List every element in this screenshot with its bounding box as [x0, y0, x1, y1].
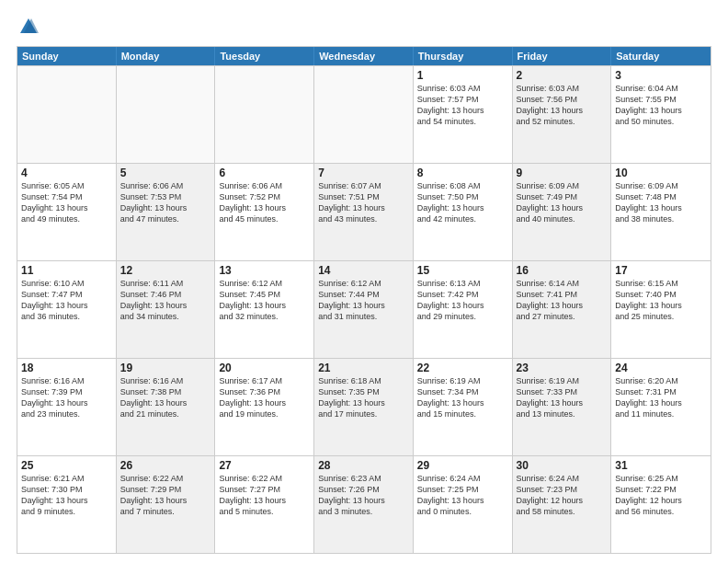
cal-cell: 25Sunrise: 6:21 AM Sunset: 7:30 PM Dayli…	[17, 456, 117, 553]
cal-cell: 3Sunrise: 6:04 AM Sunset: 7:55 PM Daylig…	[611, 66, 711, 163]
cal-cell: 10Sunrise: 6:09 AM Sunset: 7:48 PM Dayli…	[611, 164, 711, 260]
header	[17, 17, 711, 37]
day-number: 24	[615, 362, 707, 374]
cal-row-0: 1Sunrise: 6:03 AM Sunset: 7:57 PM Daylig…	[17, 65, 711, 163]
cal-cell	[17, 66, 117, 163]
day-detail: Sunrise: 6:03 AM Sunset: 7:57 PM Dayligh…	[417, 83, 508, 128]
cal-cell: 13Sunrise: 6:12 AM Sunset: 7:45 PM Dayli…	[215, 261, 314, 358]
header-day-friday: Friday	[513, 47, 612, 65]
cal-cell: 28Sunrise: 6:23 AM Sunset: 7:26 PM Dayli…	[314, 456, 414, 553]
calendar-body: 1Sunrise: 6:03 AM Sunset: 7:57 PM Daylig…	[17, 65, 711, 553]
cal-cell: 16Sunrise: 6:14 AM Sunset: 7:41 PM Dayli…	[513, 261, 612, 358]
logo-icon	[18, 17, 39, 37]
header-day-thursday: Thursday	[414, 47, 513, 65]
day-detail: Sunrise: 6:12 AM Sunset: 7:44 PM Dayligh…	[318, 278, 409, 323]
day-detail: Sunrise: 6:05 AM Sunset: 7:54 PM Dayligh…	[21, 180, 112, 225]
cal-row-2: 11Sunrise: 6:10 AM Sunset: 7:47 PM Dayli…	[17, 260, 711, 358]
cal-cell	[117, 66, 216, 163]
day-detail: Sunrise: 6:11 AM Sunset: 7:46 PM Dayligh…	[120, 278, 211, 323]
cal-row-4: 25Sunrise: 6:21 AM Sunset: 7:30 PM Dayli…	[17, 455, 711, 553]
day-detail: Sunrise: 6:19 AM Sunset: 7:34 PM Dayligh…	[417, 375, 508, 420]
day-number: 6	[219, 167, 310, 179]
day-number: 7	[318, 167, 409, 179]
day-number: 20	[219, 362, 310, 374]
day-number: 19	[120, 362, 211, 374]
day-number: 18	[21, 362, 112, 374]
day-detail: Sunrise: 6:16 AM Sunset: 7:39 PM Dayligh…	[21, 375, 112, 420]
day-detail: Sunrise: 6:06 AM Sunset: 7:53 PM Dayligh…	[120, 180, 211, 225]
calendar-header: SundayMondayTuesdayWednesdayThursdayFrid…	[17, 47, 711, 65]
cal-cell: 23Sunrise: 6:19 AM Sunset: 7:33 PM Dayli…	[513, 359, 612, 455]
day-number: 9	[517, 167, 608, 179]
day-detail: Sunrise: 6:14 AM Sunset: 7:41 PM Dayligh…	[517, 278, 608, 323]
cal-cell: 21Sunrise: 6:18 AM Sunset: 7:35 PM Dayli…	[314, 359, 414, 455]
day-detail: Sunrise: 6:08 AM Sunset: 7:50 PM Dayligh…	[417, 180, 508, 225]
day-detail: Sunrise: 6:15 AM Sunset: 7:40 PM Dayligh…	[615, 278, 707, 323]
cal-cell: 5Sunrise: 6:06 AM Sunset: 7:53 PM Daylig…	[117, 164, 216, 260]
day-detail: Sunrise: 6:25 AM Sunset: 7:22 PM Dayligh…	[615, 473, 707, 518]
cal-cell: 24Sunrise: 6:20 AM Sunset: 7:31 PM Dayli…	[611, 359, 711, 455]
day-number: 17	[615, 264, 707, 277]
cal-cell: 12Sunrise: 6:11 AM Sunset: 7:46 PM Dayli…	[117, 261, 216, 358]
cal-cell: 15Sunrise: 6:13 AM Sunset: 7:42 PM Dayli…	[414, 261, 513, 358]
cal-cell: 6Sunrise: 6:06 AM Sunset: 7:52 PM Daylig…	[215, 164, 314, 260]
cal-cell	[314, 66, 414, 163]
day-number: 23	[517, 362, 608, 374]
day-detail: Sunrise: 6:03 AM Sunset: 7:56 PM Dayligh…	[517, 83, 608, 128]
day-detail: Sunrise: 6:24 AM Sunset: 7:25 PM Dayligh…	[417, 473, 508, 518]
day-number: 25	[21, 459, 112, 472]
day-number: 21	[318, 362, 409, 374]
page: SundayMondayTuesdayWednesdayThursdayFrid…	[0, 0, 728, 563]
cal-cell: 14Sunrise: 6:12 AM Sunset: 7:44 PM Dayli…	[314, 261, 414, 358]
day-number: 30	[517, 459, 608, 472]
day-detail: Sunrise: 6:07 AM Sunset: 7:51 PM Dayligh…	[318, 180, 409, 225]
cal-cell: 22Sunrise: 6:19 AM Sunset: 7:34 PM Dayli…	[414, 359, 513, 455]
day-detail: Sunrise: 6:17 AM Sunset: 7:36 PM Dayligh…	[219, 375, 310, 420]
day-number: 14	[318, 264, 409, 277]
cal-cell: 20Sunrise: 6:17 AM Sunset: 7:36 PM Dayli…	[215, 359, 314, 455]
day-detail: Sunrise: 6:23 AM Sunset: 7:26 PM Dayligh…	[318, 473, 409, 518]
cal-cell: 27Sunrise: 6:22 AM Sunset: 7:27 PM Dayli…	[215, 456, 314, 553]
day-detail: Sunrise: 6:18 AM Sunset: 7:35 PM Dayligh…	[318, 375, 409, 420]
day-detail: Sunrise: 6:16 AM Sunset: 7:38 PM Dayligh…	[120, 375, 211, 420]
day-detail: Sunrise: 6:24 AM Sunset: 7:23 PM Dayligh…	[517, 473, 608, 518]
day-detail: Sunrise: 6:09 AM Sunset: 7:48 PM Dayligh…	[615, 180, 707, 225]
cal-cell	[215, 66, 314, 163]
cal-cell: 19Sunrise: 6:16 AM Sunset: 7:38 PM Dayli…	[117, 359, 216, 455]
day-number: 22	[417, 362, 508, 374]
cal-row-1: 4Sunrise: 6:05 AM Sunset: 7:54 PM Daylig…	[17, 163, 711, 260]
day-number: 31	[615, 459, 707, 472]
day-number: 13	[219, 264, 310, 277]
cal-cell: 18Sunrise: 6:16 AM Sunset: 7:39 PM Dayli…	[17, 359, 117, 455]
cal-cell: 17Sunrise: 6:15 AM Sunset: 7:40 PM Dayli…	[611, 261, 711, 358]
day-number: 27	[219, 459, 310, 472]
day-detail: Sunrise: 6:13 AM Sunset: 7:42 PM Dayligh…	[417, 278, 508, 323]
calendar: SundayMondayTuesdayWednesdayThursdayFrid…	[17, 46, 711, 554]
day-detail: Sunrise: 6:12 AM Sunset: 7:45 PM Dayligh…	[219, 278, 310, 323]
cal-cell: 31Sunrise: 6:25 AM Sunset: 7:22 PM Dayli…	[611, 456, 711, 553]
day-detail: Sunrise: 6:22 AM Sunset: 7:29 PM Dayligh…	[120, 473, 211, 518]
day-number: 2	[517, 69, 608, 82]
day-detail: Sunrise: 6:04 AM Sunset: 7:55 PM Dayligh…	[615, 83, 707, 128]
cal-cell: 7Sunrise: 6:07 AM Sunset: 7:51 PM Daylig…	[314, 164, 414, 260]
day-number: 28	[318, 459, 409, 472]
day-detail: Sunrise: 6:21 AM Sunset: 7:30 PM Dayligh…	[21, 473, 112, 518]
day-number: 3	[615, 69, 707, 82]
cal-cell: 26Sunrise: 6:22 AM Sunset: 7:29 PM Dayli…	[117, 456, 216, 553]
cal-cell: 30Sunrise: 6:24 AM Sunset: 7:23 PM Dayli…	[513, 456, 612, 553]
day-number: 5	[120, 167, 211, 179]
day-number: 16	[517, 264, 608, 277]
day-detail: Sunrise: 6:06 AM Sunset: 7:52 PM Dayligh…	[219, 180, 310, 225]
day-detail: Sunrise: 6:19 AM Sunset: 7:33 PM Dayligh…	[517, 375, 608, 420]
day-number: 1	[417, 69, 508, 82]
day-number: 26	[120, 459, 211, 472]
header-day-monday: Monday	[117, 47, 216, 65]
cal-cell: 4Sunrise: 6:05 AM Sunset: 7:54 PM Daylig…	[17, 164, 117, 260]
cal-cell: 29Sunrise: 6:24 AM Sunset: 7:25 PM Dayli…	[414, 456, 513, 553]
logo	[17, 17, 39, 37]
header-day-wednesday: Wednesday	[314, 47, 414, 65]
day-number: 8	[417, 167, 508, 179]
cal-row-3: 18Sunrise: 6:16 AM Sunset: 7:39 PM Dayli…	[17, 358, 711, 455]
cal-cell: 1Sunrise: 6:03 AM Sunset: 7:57 PM Daylig…	[414, 66, 513, 163]
cal-cell: 11Sunrise: 6:10 AM Sunset: 7:47 PM Dayli…	[17, 261, 117, 358]
